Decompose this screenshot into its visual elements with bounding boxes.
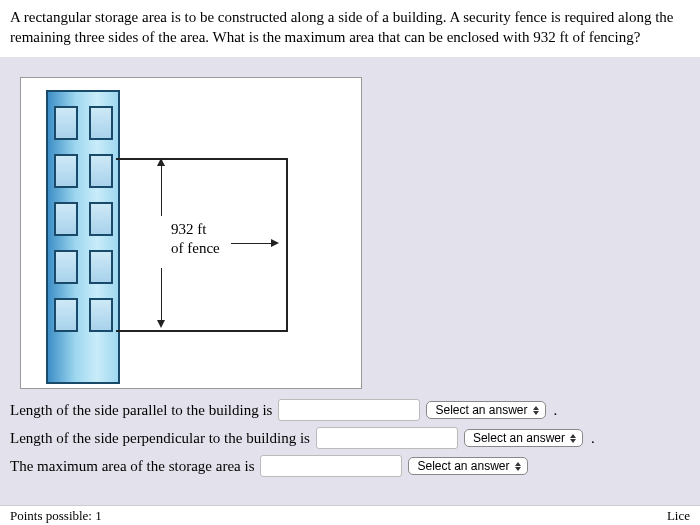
question-text: A rectangular storage area is to be cons… bbox=[0, 0, 700, 57]
answer-line-3: The maximum area of the storage area is … bbox=[10, 455, 690, 477]
sort-icon bbox=[570, 434, 576, 443]
fence-label-line2: of fence bbox=[171, 239, 220, 258]
arrow-right-icon bbox=[231, 243, 273, 244]
input-perpendicular-length[interactable] bbox=[316, 427, 458, 449]
answer-line-2: Length of the side perpendicular to the … bbox=[10, 427, 690, 449]
diagram: 932 ft of fence bbox=[20, 77, 362, 389]
answer-text-3: The maximum area of the storage area is bbox=[10, 458, 254, 475]
answers-block: Length of the side parallel to the build… bbox=[0, 399, 700, 477]
arrow-down-icon bbox=[161, 268, 162, 322]
diagram-area: 932 ft of fence bbox=[0, 57, 700, 399]
select-label: Select an answer bbox=[473, 431, 565, 445]
answer-text-2: Length of the side perpendicular to the … bbox=[10, 430, 310, 447]
select-area-unit[interactable]: Select an answer bbox=[408, 457, 527, 475]
footer: Points possible: 1 Lice bbox=[0, 505, 700, 525]
answer-text-1: Length of the side parallel to the build… bbox=[10, 402, 272, 419]
fence-label-line1: 932 ft bbox=[171, 220, 220, 239]
points-possible: Points possible: 1 bbox=[10, 508, 102, 525]
select-label: Select an answer bbox=[435, 403, 527, 417]
input-max-area[interactable] bbox=[260, 455, 402, 477]
select-label: Select an answer bbox=[417, 459, 509, 473]
sort-icon bbox=[533, 406, 539, 415]
arrow-up-icon bbox=[161, 164, 162, 216]
answer-line-1: Length of the side parallel to the build… bbox=[10, 399, 690, 421]
building-graphic bbox=[46, 90, 120, 384]
input-parallel-length[interactable] bbox=[278, 399, 420, 421]
period: . bbox=[554, 402, 558, 419]
fence-label: 932 ft of fence bbox=[171, 220, 220, 258]
license-text: Lice bbox=[667, 508, 690, 525]
select-perpendicular-unit[interactable]: Select an answer bbox=[464, 429, 583, 447]
period: . bbox=[591, 430, 595, 447]
select-parallel-unit[interactable]: Select an answer bbox=[426, 401, 545, 419]
sort-icon bbox=[515, 462, 521, 471]
